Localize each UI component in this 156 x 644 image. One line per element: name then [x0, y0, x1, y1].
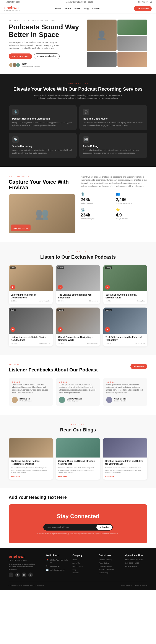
- stay-connected-title: Stay Connected: [17, 513, 139, 520]
- nav-blog[interactable]: Blog: [84, 8, 89, 10]
- footer-quick-editing[interactable]: Audio Editing: [99, 562, 121, 564]
- email-text: hello@envbwa.com: [50, 569, 65, 571]
- nav-contact[interactable]: Contact: [92, 8, 100, 10]
- blogs-grid: Mastering the Art of Podcast Recording T…: [9, 438, 147, 480]
- podcast-card-4: Weekly Global Perspectives: Navigating a…: [56, 308, 100, 346]
- podcast-play-0[interactable]: [10, 285, 15, 290]
- services-grid: 🎙️ Podcast Hosting and Distribution Set …: [9, 105, 147, 158]
- editing-desc: Post-production editing services to enha…: [83, 149, 144, 154]
- terms-link[interactable]: Terms of Service: [134, 584, 147, 586]
- footer-quick-distribution[interactable]: Podcast Distribution: [99, 568, 121, 570]
- podcast-duration-0: 1h 26m: [11, 300, 17, 302]
- footer-operational-list: Mon - Fri: 08:00 - 18:00 Sat: 08:00 - 14…: [125, 559, 147, 567]
- footer-link-services[interactable]: Our Services: [73, 565, 95, 567]
- privacy-policy-link[interactable]: Privacy Policy: [121, 584, 132, 586]
- blog-thumb-1: [56, 438, 100, 458]
- review-card-2: ★★★★★ Lorem ipsum dolor sit amet, consec…: [103, 378, 147, 406]
- footer-op-sunday: Closed Sunday: [125, 565, 147, 567]
- editing-title: Audio Editing: [83, 145, 144, 148]
- why-image-overlay[interactable]: Start Your Podcast: [11, 224, 31, 231]
- podcast-title-3: History Uncovered: Untold Stories from t…: [11, 336, 51, 342]
- podcasts-tag: PODCAST LIST: [9, 250, 147, 252]
- blog-info-0: Mastering the Art of Podcast Recording T…: [9, 458, 53, 480]
- services-desc: From professional audio recording to pos…: [32, 94, 124, 100]
- hero-section: PROFESSIONAL PODCAST RECORDING Podcasts …: [0, 13, 156, 74]
- podcast-author-1: Lisa Morris: [89, 300, 98, 302]
- social-facebook[interactable]: f: [9, 572, 13, 577]
- footer-operational: Operational Time Mon - Fri: 08:00 - 18:0…: [125, 554, 147, 577]
- topbar-social-tw[interactable]: Tw: [142, 1, 145, 3]
- review-stars-2: ★★★★★: [106, 381, 144, 383]
- email-input[interactable]: [44, 525, 96, 530]
- logo-line2: bwa: [11, 6, 19, 10]
- footer-link-about[interactable]: About Us: [73, 562, 95, 564]
- why-right: At Envbwa, we are passionate about podca…: [80, 176, 147, 233]
- blog-info-2: Creating Engaging Intros and Outros for …: [103, 458, 147, 480]
- stat-revenue-number: 234k: [80, 212, 112, 218]
- podcast-play-2[interactable]: [105, 285, 110, 290]
- topbar-social-fb[interactable]: Fb: [138, 1, 141, 3]
- footer-quick-studio[interactable]: Studio Recording: [99, 565, 121, 567]
- phone-icon: 📞: [46, 565, 49, 568]
- footer-contact-title: Get In Touch: [46, 554, 68, 557]
- footer-link-contact[interactable]: Contact: [73, 572, 95, 574]
- footer-link-home[interactable]: Home: [73, 559, 95, 561]
- phone-text: 09456 12345: [50, 565, 60, 568]
- get-started-button[interactable]: Get Started: [134, 6, 152, 11]
- reviews-section: REVIEWS Listener Feedbacks About Our Pod…: [0, 355, 156, 415]
- hosting-title: Podcast Hosting and Distribution: [12, 117, 73, 120]
- all-reviews-button[interactable]: All Reviews: [130, 364, 147, 369]
- social-twitter[interactable]: t: [15, 572, 20, 577]
- start-podcast-button[interactable]: Start Your Podcast: [9, 54, 32, 59]
- podcast-thumb-1: Weekly: [56, 265, 100, 291]
- podcast-info-5: Tech Talk: Unraveling the Future of Tech…: [103, 334, 147, 346]
- author-name-1: Mathew Williams: [67, 398, 82, 400]
- footer-logo: envbwa: [9, 554, 42, 559]
- topbar-social-yt[interactable]: Yt: [150, 1, 152, 3]
- podcast-play-4[interactable]: [58, 327, 63, 332]
- topbar-social-in[interactable]: In: [147, 1, 148, 3]
- footer-company: Company Home About Us Our Services Blog …: [73, 554, 95, 577]
- footer-logo-line1: env: [9, 554, 16, 559]
- editing-icon: 🎛️: [83, 136, 89, 143]
- avatar-info: +29K Happy podcast creators: [22, 62, 40, 67]
- blog-card-1: Utilizing Music and Sound Effects in You…: [56, 438, 100, 480]
- podcast-author-4: Thomas Donnie: [85, 342, 98, 344]
- podcast-title-0: Exploring the Science of Consciousness: [11, 294, 51, 299]
- podcast-play-1[interactable]: [58, 285, 63, 290]
- subscribe-button[interactable]: Subscribe: [96, 525, 112, 530]
- footer-quick-hosting[interactable]: Podcast Hosting: [99, 559, 121, 561]
- review-author-0: Darvin Bell Podcast Creator: [12, 397, 50, 403]
- blog-read-2[interactable]: Read More: [105, 476, 145, 478]
- footer: envbwa PROFESSIONAL Orci varius litora s…: [0, 548, 156, 590]
- explore-membership-button[interactable]: Explore Membership: [34, 54, 60, 59]
- blog-read-1[interactable]: Read More: [58, 476, 98, 478]
- podcast-badge-5: Monthly: [105, 309, 112, 311]
- podcast-play-3[interactable]: [10, 327, 15, 332]
- podcast-meta-5: 1h 10m Elsa Robinson: [105, 342, 145, 344]
- blogs-title: Read Our Blogs: [9, 427, 147, 433]
- podcast-card-5: Monthly Tech Talk: Unraveling the Future…: [103, 308, 147, 346]
- nav-about[interactable]: About: [65, 8, 71, 10]
- blog-title-1: Utilizing Music and Sound Effects in You…: [58, 460, 98, 465]
- podcast-play-5[interactable]: [105, 327, 110, 332]
- footer-link-blog[interactable]: Blog: [73, 568, 95, 570]
- logo[interactable]: envbwa PROFESSIONAL: [4, 6, 21, 11]
- nav-share[interactable]: Share: [74, 8, 80, 10]
- hero-img-1: 👤: [87, 20, 117, 51]
- blog-info-1: Utilizing Music and Sound Effects in You…: [56, 458, 100, 480]
- social-youtube[interactable]: ▶: [28, 572, 33, 577]
- footer-quick-membership[interactable]: Membership: [99, 572, 121, 574]
- podcast-badge-0: Daily: [10, 266, 16, 269]
- hosting-desc: Set up and management of your podcast ho…: [12, 121, 73, 127]
- why-image-btn[interactable]: Start Your Podcast: [13, 227, 28, 229]
- blog-read-0[interactable]: Read More: [11, 476, 51, 478]
- social-instagram[interactable]: in: [22, 572, 26, 577]
- stat-audio-number: 248k: [80, 197, 112, 202]
- blog-card-2: Creating Engaging Intros and Outros for …: [103, 438, 147, 480]
- podcast-card-2: Monthly Sustainable Living: Building a G…: [103, 265, 147, 304]
- author-avatar-1: [59, 397, 65, 403]
- stat-revenue-label: Revenue Bringing: [80, 218, 112, 220]
- nav-home[interactable]: Home: [55, 8, 61, 10]
- address-icon: 📍: [46, 559, 49, 561]
